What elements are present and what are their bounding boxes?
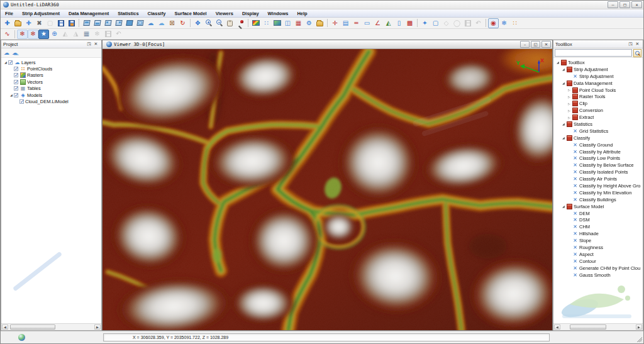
expander-icon[interactable]: ◢ [561,136,566,140]
add-pointcloud-icon[interactable]: ☁ [4,50,9,56]
expander-icon[interactable]: ▷ [567,116,572,119]
tree-item-models[interactable]: ◢Models [1,92,101,98]
view-front-button[interactable] [124,18,135,28]
toolbox-search-input[interactable] [555,49,632,57]
minimize-button[interactable]: – [608,1,618,8]
tree-item-tables[interactable]: Tables [1,86,101,92]
display-by-rgb-button[interactable]: ▦ [293,18,304,28]
classify-star-tool-button[interactable]: ★ [38,30,49,39]
tree-item-chm[interactable]: CHM [553,223,643,230]
scroll-left-icon[interactable]: ◀ [554,325,560,330]
menu-statistics[interactable]: Statistics [113,9,143,18]
tree-item-classify-ground[interactable]: Classify Ground [553,141,643,148]
measure-height-button[interactable]: ◭ [383,18,394,28]
split-view-button[interactable]: ◫ [282,18,293,28]
expander-icon[interactable]: ▷ [567,88,572,92]
add-multiple-data-icon[interactable]: ☁ [12,50,18,56]
view-back-button[interactable] [135,18,145,28]
tree-item-extract[interactable]: ▷Extract [553,114,643,121]
menu-windows[interactable]: Windows [264,9,293,18]
measure-angle-button[interactable]: ∠ [372,18,383,28]
zoom-in-button[interactable] [203,18,214,28]
display-by-elevation-button[interactable] [250,18,261,28]
tree-item-classify-by-height-above-gro[interactable]: Classify by Height Above Gro [553,182,643,189]
tree-item-slope[interactable]: Slope [553,237,643,244]
display-by-class-button[interactable] [272,18,282,28]
tree-item-strip-adjustment[interactable]: Strip Adjustment [553,73,643,80]
close-button[interactable]: × [631,1,642,8]
expander-icon[interactable]: ◢ [561,122,566,126]
menu-viewers[interactable]: Viewers [211,9,238,18]
tree-item-classify-buildings[interactable]: Classify Buildings [553,196,643,203]
view-top-button[interactable] [81,18,92,28]
scroll-right-icon[interactable]: ▶ [636,325,642,330]
checkbox[interactable] [14,67,18,71]
float-panel-icon[interactable]: ◳ [86,41,92,47]
viewer-restore-button[interactable]: ◱ [531,41,540,48]
tree-item-grid-statistics[interactable]: Grid Statistics [553,128,643,135]
measure-volume-button[interactable]: ▯ [394,18,404,28]
tree-item-vectors[interactable]: Vectors [1,79,101,85]
menu-file[interactable]: File [1,9,18,18]
expander-icon[interactable]: ◢ [555,60,560,64]
tree-item-classify-by-attribute[interactable]: Classify by Attribute [553,148,643,155]
checkbox[interactable] [8,60,13,65]
snapshot-button[interactable] [314,18,325,28]
new-project-button[interactable]: ✚ [2,18,13,28]
view-bottom-button[interactable] [92,18,103,28]
measure-density-button[interactable]: ▩ [404,18,415,28]
class-color-display-button[interactable]: ◉ [488,18,499,28]
tree-item-classify-air-points[interactable]: Classify Air Points [553,175,643,182]
scrollbar-thumb[interactable] [570,325,606,330]
tree-item-statistics[interactable]: ◢Statistics [553,121,643,128]
orbit-rotate-button[interactable]: ↻ [177,18,188,28]
expander-icon[interactable]: ▷ [567,109,572,113]
tree-item-layers[interactable]: ◢Layers [1,59,101,65]
tree-item-strip-adjustment[interactable]: ◢Strip Adjustment [553,66,643,73]
tree-item-gauss-smooth[interactable]: Gauss Smooth [553,272,643,279]
classify-ground-tool-button[interactable]: ❄ [17,30,28,39]
tree-item-clip[interactable]: ▷Clip [553,100,643,107]
class-snowflake-display-button[interactable]: ❄ [499,18,509,28]
tree-item-dsm[interactable]: DSM [553,216,643,223]
tree-item-cloud-dem-limodel[interactable]: Cloud_DEM.LiModel [1,98,101,104]
expander-icon[interactable]: ▷ [567,102,572,106]
close-panel-icon[interactable]: ✕ [92,41,99,47]
close-panel-icon[interactable]: ✕ [634,41,641,47]
open-project-button[interactable] [13,18,23,28]
tree-item-data-management[interactable]: ◢Data Management [553,80,643,87]
class-points-display-button[interactable]: ∷ [509,18,520,28]
checkbox[interactable] [14,93,18,97]
tree-item-rasters[interactable]: Rasters [1,72,101,79]
viewer-minimize-button[interactable]: – [520,41,530,48]
tree-item-aspect[interactable]: Aspect [553,251,643,258]
tree-item-surface-model[interactable]: ◢Surface Model [553,203,643,210]
checkbox[interactable] [19,99,24,104]
expander-icon[interactable]: ◢ [561,81,566,85]
expander-icon[interactable]: ◢ [561,204,566,208]
tree-item-classify[interactable]: ◢Classify [553,135,643,141]
remove-data-button[interactable]: ✖ [34,18,45,28]
scrollbar-thumb[interactable] [10,325,55,330]
grid-display-button[interactable]: ▦ [81,30,92,39]
menu-strip-adjustment[interactable]: Strip Adjustment [18,9,64,18]
full-extent-button[interactable]: ✥ [192,18,203,28]
viewer-3d-canvas[interactable]: X Y [103,49,552,330]
float-panel-icon[interactable]: ◳ [627,41,634,47]
add-data-button[interactable]: ✚ [23,18,34,28]
resize-grip[interactable] [636,336,642,342]
menu-display[interactable]: Display [238,9,264,18]
checkbox[interactable] [14,80,18,84]
tree-item-classify-by-min-elevation[interactable]: Classify by Min Elevation [553,189,643,196]
display-settings-button[interactable]: ⚙ [304,18,314,28]
menu-surface-model[interactable]: Surface Model [170,9,211,18]
zoom-out-button[interactable] [214,18,225,28]
pan-button[interactable] [225,18,235,28]
display-by-intensity-button[interactable]: ∷ [261,18,272,28]
scroll-left-icon[interactable]: ◀ [2,325,8,330]
expander-icon[interactable]: ▷ [567,95,572,99]
pick-point-button[interactable] [235,18,246,28]
tree-item-classify-low-points[interactable]: Classify Low Points [553,155,643,162]
view-right-button[interactable] [113,18,124,28]
tree-item-contour[interactable]: Contour [553,258,643,265]
